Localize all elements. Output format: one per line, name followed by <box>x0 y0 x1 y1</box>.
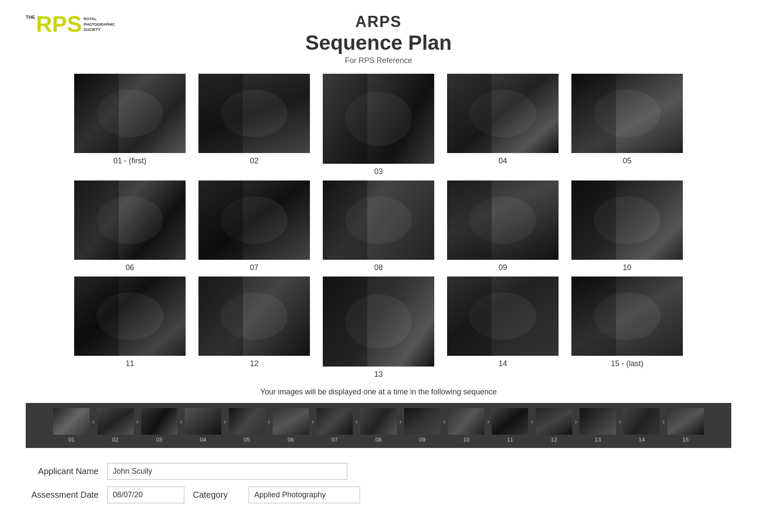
arrow-icon-5: › <box>265 418 273 426</box>
strip-num-04: 04 <box>200 436 206 443</box>
form-row-name: Applicant Name <box>26 463 731 480</box>
image-cell-04: 04 <box>447 74 559 176</box>
title-sequence-plan: Sequence Plan <box>305 31 451 54</box>
image-label-15: 15 - (last) <box>611 359 643 368</box>
strip-thumb-08 <box>360 408 397 435</box>
sequence-strip: 01 › 02 › 03 › 04 › 05 › 06 › 07 <box>26 403 731 448</box>
strip-item-02: 02 <box>97 408 134 443</box>
image-cell-02: 02 <box>198 74 310 176</box>
image-cell-11: 11 <box>74 277 186 379</box>
title-arps: ARPS <box>355 13 402 31</box>
applicant-name-label: Applicant Name <box>26 466 99 476</box>
strip-num-09: 09 <box>419 436 425 443</box>
logo-rps: RPS <box>36 13 82 35</box>
strip-thumb-12 <box>536 408 572 435</box>
logo-text: ROYAL PHOTOGRAPHIC SOCIETY <box>84 16 115 33</box>
image-cell-01: 01 - (first) <box>74 74 186 176</box>
photo-12 <box>198 277 310 356</box>
strip-item-14: 14 <box>623 408 660 443</box>
strip-item-15: 15 <box>667 408 704 443</box>
photo-15 <box>571 277 683 356</box>
assessment-date-input[interactable] <box>107 487 184 503</box>
arrow-icon-8: › <box>397 418 404 426</box>
image-label-14: 14 <box>499 359 507 368</box>
image-row-2: 06 07 08 09 10 <box>74 180 683 272</box>
category-label: Category <box>193 490 240 500</box>
arrow-icon-10: › <box>484 418 492 426</box>
image-label-01: 01 - (first) <box>113 156 146 165</box>
strip-num-02: 02 <box>112 436 118 443</box>
photo-14 <box>447 277 559 356</box>
form-row-date-category: Assessment Date Category <box>26 487 731 503</box>
image-label-04: 04 <box>499 156 507 165</box>
image-label-02: 02 <box>250 156 258 165</box>
strip-thumb-14 <box>623 408 660 435</box>
image-label-10: 10 <box>623 263 631 272</box>
image-cell-03: 03 <box>323 74 434 176</box>
strip-item-07: 07 <box>316 408 353 443</box>
strip-num-08: 08 <box>375 436 382 443</box>
photo-07 <box>198 180 310 260</box>
strip-item-11: 11 <box>492 408 528 443</box>
strip-item-06: 06 <box>273 408 309 443</box>
strip-num-01: 01 <box>68 436 74 443</box>
strip-item-08: 08 <box>360 408 397 443</box>
image-label-12: 12 <box>250 359 258 368</box>
strip-thumb-01 <box>53 408 90 435</box>
arrow-icon-7: › <box>353 418 360 426</box>
assessment-date-label: Assessment Date <box>26 490 99 500</box>
sequence-label: Your images will be displayed one at a t… <box>26 388 731 397</box>
strip-thumb-02 <box>97 408 134 435</box>
arrow-icon-1: › <box>90 418 97 426</box>
strip-thumb-13 <box>580 408 616 435</box>
subtitle: For RPS Reference <box>345 56 412 65</box>
arrow-icon-14: › <box>660 418 667 426</box>
strip-num-03: 03 <box>156 436 162 443</box>
image-cell-05: 05 <box>571 74 683 176</box>
strip-thumb-10 <box>448 408 484 435</box>
strip-num-07: 07 <box>331 436 337 443</box>
strip-item-13: 13 <box>580 408 616 443</box>
photo-10 <box>571 180 683 260</box>
arrow-icon-11: › <box>528 418 535 426</box>
image-label-06: 06 <box>126 263 134 272</box>
form-area: Applicant Name Assessment Date Category <box>26 459 731 508</box>
photo-02 <box>198 74 310 153</box>
photo-03 <box>323 74 434 164</box>
strip-thumb-09 <box>404 408 441 435</box>
strip-item-12: 12 <box>536 408 572 443</box>
logo-the: THE <box>26 15 35 20</box>
photo-13 <box>323 277 434 367</box>
image-label-07: 07 <box>250 263 258 272</box>
image-cell-12: 12 <box>198 277 310 379</box>
strip-num-13: 13 <box>595 436 601 443</box>
page: THE RPS ROYAL PHOTOGRAPHIC SOCIETY ARPS … <box>0 0 757 525</box>
strip-thumb-11 <box>492 408 528 435</box>
strip-thumb-07 <box>316 408 353 435</box>
image-row-3: 11 12 13 14 15 - (last) <box>74 277 683 379</box>
strip-item-09: 09 <box>404 408 441 443</box>
image-cell-08: 08 <box>323 180 434 272</box>
page-header: ARPS Sequence Plan For RPS Reference <box>26 13 731 65</box>
strip-item-03: 03 <box>141 408 177 443</box>
strip-num-11: 11 <box>507 436 513 443</box>
image-row-1: 01 - (first) 02 03 04 05 <box>74 74 683 176</box>
category-input[interactable] <box>249 487 360 503</box>
strip-item-10: 10 <box>448 408 484 443</box>
image-cell-13: 13 <box>323 277 434 379</box>
strip-thumb-03 <box>141 408 177 435</box>
strip-num-12: 12 <box>551 436 557 443</box>
image-cell-07: 07 <box>198 180 310 272</box>
photo-09 <box>447 180 559 260</box>
photo-08 <box>323 180 434 260</box>
strip-item-05: 05 <box>229 408 265 443</box>
strip-thumb-15 <box>667 408 704 435</box>
photo-05 <box>571 74 683 153</box>
arrow-icon-9: › <box>441 418 448 426</box>
applicant-name-input[interactable] <box>107 463 347 480</box>
arrow-icon-13: › <box>616 418 623 426</box>
strip-num-05: 05 <box>244 436 250 443</box>
strip-num-14: 14 <box>639 436 645 443</box>
strip-num-15: 15 <box>682 436 688 443</box>
arrow-icon-6: › <box>309 418 316 426</box>
